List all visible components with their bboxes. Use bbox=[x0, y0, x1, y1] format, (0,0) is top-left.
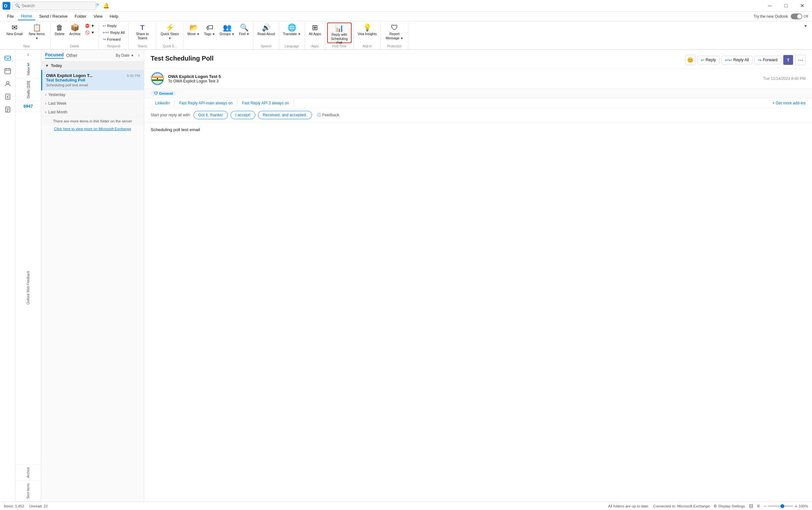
email-body-text: Scheduling poll test email bbox=[151, 127, 806, 132]
folder-inbox-2[interactable]: 6947 bbox=[16, 101, 41, 111]
zoom-slider[interactable] bbox=[768, 506, 793, 507]
more-actions-button[interactable]: ⋯ bbox=[795, 55, 806, 65]
sort-asc-icon[interactable]: ↑ bbox=[138, 53, 140, 58]
tab-focused[interactable]: Focused bbox=[45, 52, 64, 59]
ribbon-group-actions-label bbox=[185, 47, 251, 48]
menu-home[interactable]: Home bbox=[18, 12, 35, 20]
read-aloud-button[interactable]: 🔊 Read Aloud bbox=[255, 23, 277, 43]
feedback-button[interactable]: ⓘ Feedback bbox=[314, 111, 342, 119]
reply-button[interactable]: ↩ Reply bbox=[697, 56, 720, 64]
report-message-button[interactable]: 🛡 Report Message ▼ bbox=[383, 23, 406, 43]
new-items-button[interactable]: 📋 New Items ▼ bbox=[25, 23, 48, 43]
more-items-link[interactable]: Click here to view more on Microsoft Exc… bbox=[41, 126, 144, 132]
group-last-month[interactable]: › Last Month bbox=[41, 108, 144, 117]
smart-reply-2[interactable]: Received, and accepted. bbox=[258, 111, 312, 119]
smart-reply-1[interactable]: I accept! bbox=[231, 111, 255, 119]
new-outlook-toggle[interactable]: Off bbox=[791, 13, 808, 19]
folder-drafts[interactable]: Drafts [320] bbox=[16, 78, 41, 101]
msg-subject-0: Test Scheduling Poll bbox=[46, 78, 140, 83]
viva-insights-button[interactable]: 💡 Viva Insights bbox=[356, 23, 379, 43]
teams-reply-button[interactable]: T bbox=[783, 55, 793, 65]
folder-sent-items[interactable]: Sent Items bbox=[16, 481, 41, 502]
menu-view[interactable]: View bbox=[90, 12, 106, 20]
translate-button[interactable]: 🌐 Translate ▼ bbox=[281, 23, 303, 43]
block-button[interactable]: 🚫 ▼ bbox=[83, 29, 96, 36]
tab-other[interactable]: Other bbox=[66, 53, 78, 58]
nav-people[interactable] bbox=[2, 78, 13, 90]
search-input[interactable] bbox=[12, 2, 96, 10]
menu-folder[interactable]: Folder bbox=[71, 12, 90, 20]
zoom-in-button[interactable]: + bbox=[794, 504, 797, 509]
ribbon-group-delete: 🗑 Delete 📦 Archive ⛔ ▼ 🚫 ▼ Delete bbox=[51, 23, 98, 49]
bell-icon[interactable]: 🔔 bbox=[101, 1, 111, 11]
msg-preview-0: Scheduling poll test email bbox=[46, 83, 140, 87]
items-count: Items: 1,452 bbox=[4, 504, 24, 508]
reply-all-small-button[interactable]: ↩↩ Reply All bbox=[101, 29, 127, 36]
forward-small-button[interactable]: ↪ Forward bbox=[101, 36, 127, 42]
ribbon-more-button[interactable]: ▼ bbox=[802, 23, 809, 30]
addin-fast-reply-main[interactable]: Fast Reply API-main always on bbox=[175, 100, 237, 107]
ribbon-group-addin-label: Add-in bbox=[356, 44, 379, 48]
group-yesterday[interactable]: › Yesterday bbox=[41, 90, 144, 99]
share-teams-button[interactable]: T Share to Teams bbox=[131, 23, 154, 43]
new-email-button[interactable]: ✉ New Email bbox=[4, 23, 25, 43]
emoji-button[interactable]: 😊 bbox=[685, 55, 695, 65]
ribbon-group-quicksteps: ⚡ Quick Steps ▼ Quick S... bbox=[156, 23, 183, 49]
menu-file[interactable]: File bbox=[4, 12, 17, 20]
sort-by[interactable]: By Date ▼ bbox=[116, 53, 134, 58]
reply-scheduling-poll-button[interactable]: 📊 Reply with Scheduling Poll bbox=[327, 23, 352, 43]
app-container: › 3 Inbox Drafts [320] 6947 Outlook Web … bbox=[0, 50, 812, 502]
nav-todo[interactable] bbox=[2, 91, 13, 103]
zoom-thumb bbox=[780, 504, 784, 508]
menu-help[interactable]: Help bbox=[107, 12, 122, 20]
message-item-0[interactable]: OWA Explicit Logon T... 8:40 PM Test Sch… bbox=[41, 70, 144, 90]
delete-button[interactable]: 🗑 Delete bbox=[53, 23, 67, 43]
move-button[interactable]: 📂 Move ▼ bbox=[185, 23, 202, 43]
translate-icon: 🌐 bbox=[288, 24, 296, 31]
addin-fast-reply-3[interactable]: Fast Reply API 3 always on bbox=[237, 100, 294, 107]
folder-inbox[interactable]: 3 Inbox bbox=[16, 60, 41, 78]
archive-button[interactable]: 📦 Archive bbox=[67, 23, 83, 43]
folder-outlook-web-feedback[interactable]: Outlook Web Feedback bbox=[16, 111, 41, 464]
reply-all-button[interactable]: ↩↩ Reply All bbox=[722, 56, 753, 64]
close-button[interactable]: ✕ bbox=[794, 1, 809, 11]
nav-calendar[interactable] bbox=[2, 65, 13, 77]
folder-expand[interactable]: › bbox=[16, 50, 41, 60]
display-settings-icon: ⚙ bbox=[714, 504, 717, 508]
reading-pane: Test Scheduling Poll 😊 ↩ Reply ↩↩ Reply … bbox=[144, 50, 812, 502]
forward-button[interactable]: ↪ Forward bbox=[754, 56, 781, 64]
tags-button[interactable]: 🏷 Tags ▼ bbox=[202, 23, 217, 43]
layout-list-button[interactable]: ≡ bbox=[757, 503, 760, 509]
all-apps-button[interactable]: ⊞ All Apps bbox=[307, 23, 323, 43]
quick-steps-button[interactable]: ⚡ Quick Steps ▼ bbox=[158, 23, 181, 43]
sensitivity-badge: 🛡 General bbox=[151, 91, 176, 96]
groups-button[interactable]: 👥 Groups ▼ bbox=[218, 23, 236, 43]
zoom-controls: − + 100% bbox=[764, 504, 808, 509]
nav-mail[interactable] bbox=[2, 52, 13, 64]
svg-text:O: O bbox=[4, 3, 7, 8]
display-settings[interactable]: ⚙ Display Settings bbox=[714, 504, 745, 508]
smart-reply-0[interactable]: Got it, thanks! bbox=[193, 111, 228, 119]
find-button[interactable]: 🔍 Find ▼ bbox=[237, 23, 251, 43]
reply-all-icon: ↩↩ bbox=[725, 58, 732, 62]
menu-send-receive[interactable]: Send / Receive bbox=[36, 12, 71, 20]
reply-small-button[interactable]: ↩ Reply bbox=[101, 23, 127, 29]
junk-button[interactable]: ⛔ ▼ bbox=[83, 23, 96, 29]
maximize-button[interactable]: □ bbox=[779, 1, 793, 11]
nav-notes[interactable] bbox=[2, 104, 13, 115]
toggle-track[interactable] bbox=[791, 13, 802, 19]
folder-archive[interactable]: Archive bbox=[16, 464, 41, 481]
sender-avatar bbox=[151, 72, 164, 85]
ribbon-group-delete-items: 🗑 Delete 📦 Archive ⛔ ▼ 🚫 ▼ bbox=[53, 23, 96, 43]
addin-linkedin[interactable]: LinkedIn bbox=[151, 100, 175, 107]
new-email-icon: ✉ bbox=[11, 24, 18, 31]
group-last-week[interactable]: › Last Week bbox=[41, 99, 144, 108]
zoom-out-button[interactable]: − bbox=[764, 504, 766, 509]
svg-point-19 bbox=[157, 78, 158, 79]
minimize-button[interactable]: ─ bbox=[762, 1, 777, 11]
get-more-addins[interactable]: + Get more add-ins bbox=[773, 101, 806, 105]
group-today[interactable]: ▼ Today bbox=[41, 61, 144, 70]
ribbon-group-findtime: 📊 Reply with Scheduling Poll Find Time bbox=[325, 23, 354, 49]
ribbon-group-teams-label: Teams bbox=[131, 44, 154, 48]
layout-grid-button[interactable]: ⊟ bbox=[749, 503, 753, 509]
